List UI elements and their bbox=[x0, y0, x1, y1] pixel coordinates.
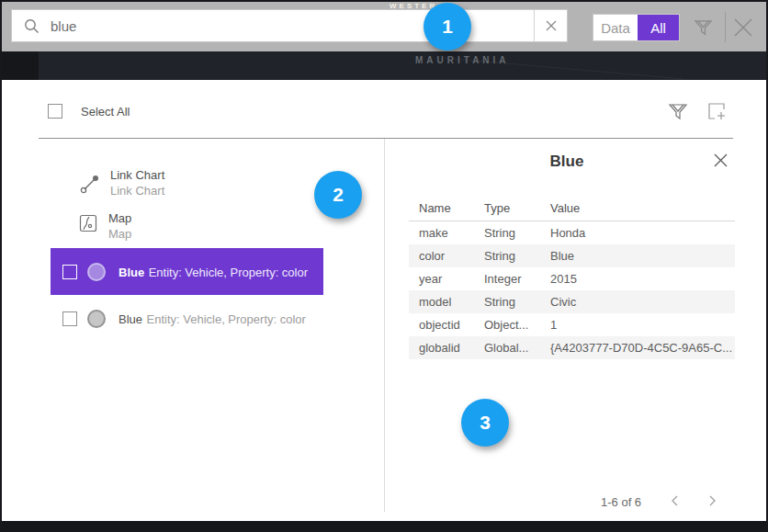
result-checkbox[interactable] bbox=[62, 265, 77, 279]
cell-name: make bbox=[409, 226, 484, 240]
toolbar-divider bbox=[725, 12, 726, 42]
table-row: objectid Object... 1 bbox=[409, 313, 735, 336]
select-all-checkbox[interactable] bbox=[48, 104, 62, 119]
result-title: Map bbox=[108, 210, 131, 226]
link-chart-icon bbox=[79, 173, 101, 195]
cell-value: 1 bbox=[550, 318, 735, 332]
search-results-panel: Select All Link Chart Link Chart Map bbox=[2, 80, 766, 521]
cell-type: Integer bbox=[484, 272, 550, 286]
column-header-name: Name bbox=[409, 201, 484, 215]
result-subtitle: Link Chart bbox=[110, 183, 164, 198]
close-icon[interactable] bbox=[732, 17, 754, 39]
search-toolbar: WESTER Data All bbox=[2, 2, 766, 51]
map-bottom-edge bbox=[2, 521, 766, 530]
result-subtitle: Map bbox=[108, 226, 131, 242]
table-row: model String Civic bbox=[409, 290, 735, 313]
table-row: globalid Global... {A4203777-D70D-4C5C-9… bbox=[409, 336, 735, 359]
filter-icon[interactable] bbox=[693, 17, 714, 38]
cell-name: model bbox=[409, 295, 484, 309]
close-detail-icon[interactable] bbox=[713, 153, 728, 168]
list-detail-divider bbox=[384, 139, 385, 512]
table-row: color String Blue bbox=[409, 244, 735, 267]
cell-type: String bbox=[484, 295, 550, 309]
callout-badge-2: 2 bbox=[314, 171, 362, 219]
entity-icon bbox=[87, 263, 106, 281]
cell-name: globalid bbox=[409, 341, 484, 355]
cell-type: String bbox=[484, 226, 550, 240]
chevron-left-icon[interactable] bbox=[669, 493, 682, 508]
cell-value: {A4203777-D70D-4C5C-9A65-C... bbox=[550, 341, 735, 355]
cell-type: Global... bbox=[484, 341, 550, 355]
chevron-right-icon[interactable] bbox=[706, 493, 718, 508]
clear-search-button[interactable] bbox=[534, 10, 567, 41]
result-subtitle: Entity: Vehicle, Property: color bbox=[146, 312, 305, 326]
result-item-link-chart[interactable]: Link Chart Link Chart bbox=[79, 167, 164, 198]
panel-divider bbox=[39, 138, 733, 139]
cell-name: color bbox=[409, 249, 484, 263]
map-icon bbox=[79, 214, 97, 232]
cell-name: year bbox=[409, 272, 484, 286]
cell-value: Civic bbox=[550, 295, 735, 309]
cell-name: objectid bbox=[409, 318, 484, 332]
search-scope-toggle: Data All bbox=[593, 14, 680, 41]
entity-icon bbox=[87, 310, 106, 328]
cell-type: String bbox=[484, 249, 550, 263]
add-to-selection-icon[interactable] bbox=[706, 100, 728, 122]
cell-value: 2015 bbox=[550, 272, 735, 286]
column-header-value: Value bbox=[550, 201, 735, 215]
callout-badge-3: 3 bbox=[461, 399, 509, 447]
cell-value: Honda bbox=[550, 226, 735, 240]
table-row: make String Honda bbox=[409, 221, 735, 244]
result-title: Link Chart bbox=[110, 167, 164, 183]
callout-badge-1: 1 bbox=[424, 3, 471, 51]
result-item-blue-selected[interactable]: Blue Entity: Vehicle, Property: color bbox=[51, 248, 323, 295]
scope-data-button[interactable]: Data bbox=[593, 15, 638, 40]
pagination-label: 1-6 of 6 bbox=[601, 495, 641, 509]
table-header-row: Name Type Value bbox=[409, 195, 735, 221]
result-title: Blue bbox=[119, 312, 142, 326]
select-all-label: Select All bbox=[81, 105, 130, 119]
search-box bbox=[11, 9, 568, 42]
scope-all-button[interactable]: All bbox=[638, 15, 679, 40]
cell-value: Blue bbox=[550, 249, 735, 263]
table-row: year Integer 2015 bbox=[409, 267, 735, 290]
result-title: Blue bbox=[119, 266, 144, 279]
search-icon bbox=[24, 18, 40, 34]
result-item-blue[interactable]: Blue Entity: Vehicle, Property: color bbox=[51, 299, 323, 339]
search-overlay-window: WESTER Data All MAURITANIA Sel bbox=[0, 0, 768, 532]
results-filter-icon[interactable] bbox=[667, 100, 689, 122]
property-table: Name Type Value make String Honda color … bbox=[409, 195, 735, 359]
result-item-map[interactable]: Map Map bbox=[79, 210, 131, 242]
map-label-mauritania: MAURITANIA bbox=[415, 55, 510, 65]
cell-type: Object... bbox=[484, 318, 550, 332]
map-landmass bbox=[2, 51, 39, 80]
column-header-type: Type bbox=[484, 201, 550, 215]
result-checkbox[interactable] bbox=[62, 311, 77, 326]
result-subtitle: Entity: Vehicle, Property: color bbox=[149, 266, 308, 279]
map-background: MAURITANIA bbox=[2, 51, 766, 80]
detail-title: Blue bbox=[397, 153, 737, 171]
